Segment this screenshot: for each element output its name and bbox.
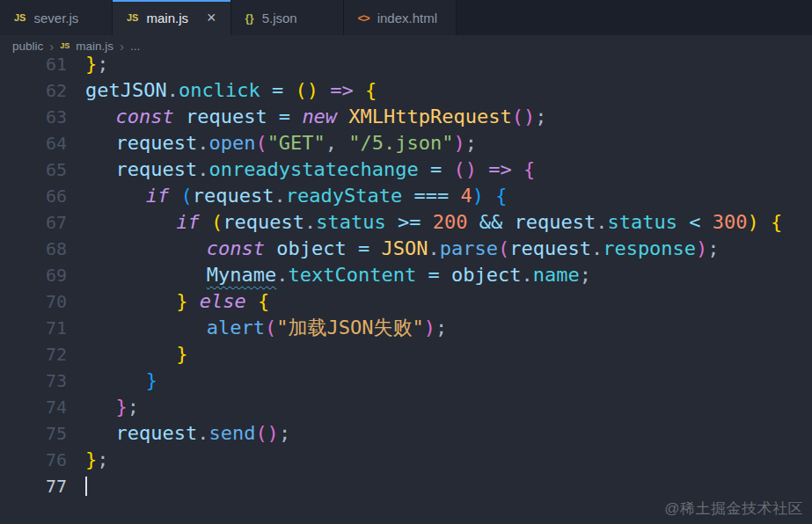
token: .: [276, 264, 288, 286]
tab-label: 5.json: [262, 11, 297, 25]
code-content[interactable]: const object = JSON.parse(request.respon…: [85, 236, 720, 262]
line-number[interactable]: 74: [0, 394, 67, 420]
token: (: [211, 211, 223, 233]
code-line-64[interactable]: 64request.open("GET", "/5.json");: [0, 130, 812, 156]
token: send: [208, 422, 255, 444]
tab-main-js[interactable]: JSmain.js×: [113, 0, 231, 35]
code-line-68[interactable]: 68const object = JSON.parse(request.resp…: [0, 236, 812, 262]
code-line-61[interactable]: 61};: [0, 56, 812, 77]
token: alert: [207, 317, 265, 338]
line-number[interactable]: 63: [0, 104, 67, 130]
breadcrumb-item-main-js[interactable]: main.js: [76, 40, 113, 53]
code-line-76[interactable]: 76};: [0, 447, 812, 473]
token: (): [454, 158, 478, 180]
tab-5-json[interactable]: {}5.json: [231, 0, 344, 35]
line-number[interactable]: 73: [0, 368, 67, 394]
token: {: [771, 211, 782, 233]
code-content[interactable]: getJSON.onclick = () => {: [85, 77, 377, 104]
code-content[interactable]: if (request.status >= 200 && request.sta…: [85, 209, 782, 236]
tab-label: main.js: [146, 11, 188, 25]
code-content[interactable]: }: [85, 341, 188, 368]
line-number[interactable]: 77: [0, 473, 67, 499]
tab-index-html[interactable]: <>index.html: [344, 0, 457, 35]
code-content[interactable]: const request = new XMLHttpRequest();: [85, 104, 547, 130]
code-content[interactable]: request.onreadystatechange = () => {: [85, 156, 535, 183]
token: .: [197, 422, 208, 444]
code-line-69[interactable]: 69Myname.textContent = object.name;: [0, 262, 812, 288]
json-file-icon: {}: [245, 12, 254, 24]
line-number[interactable]: 72: [0, 341, 67, 368]
line-number[interactable]: 70: [0, 288, 67, 315]
code-line-75[interactable]: 75request.send();: [0, 420, 812, 447]
code-line-72[interactable]: 72}: [0, 341, 812, 368]
vscode-window: JSsever.jsJSmain.js×{}5.json<>index.html…: [0, 0, 812, 56]
code-content[interactable]: Myname.textContent = object.name;: [85, 262, 591, 288]
code-line-70[interactable]: 70} else {: [0, 288, 812, 315]
token: ;: [435, 317, 447, 338]
code-content[interactable]: } else {: [85, 288, 269, 315]
code-content[interactable]: request.open("GET", "/5.json");: [85, 130, 477, 156]
line-number[interactable]: 65: [0, 156, 67, 183]
token: status: [607, 211, 677, 233]
token: request: [509, 237, 591, 259]
token: "GET": [267, 132, 326, 154]
line-number[interactable]: 71: [0, 315, 67, 341]
code-content[interactable]: if (request.readyState === 4) {: [85, 183, 508, 209]
breadcrumb-item-public[interactable]: public: [12, 40, 43, 53]
token: {: [365, 79, 377, 101]
token: =: [347, 237, 382, 259]
token: (: [498, 237, 509, 259]
code-line-71[interactable]: 71alert("加载JSON失败");: [0, 315, 812, 341]
js-file-icon: JS: [60, 42, 69, 50]
token: .: [596, 211, 607, 233]
token: if: [176, 211, 211, 233]
line-number[interactable]: 68: [0, 236, 67, 262]
code-line-74[interactable]: 74};: [0, 394, 812, 420]
code-lines: 61};62getJSON.onclick = () => {63const r…: [0, 56, 812, 499]
token: (): [512, 106, 536, 127]
token: status: [316, 211, 385, 233]
token: [354, 79, 365, 101]
tab-sever-js[interactable]: JSsever.js: [0, 0, 113, 35]
code-content[interactable]: };: [85, 447, 109, 473]
code-line-67[interactable]: 67if (request.status >= 200 && request.s…: [0, 209, 812, 236]
token: ): [472, 185, 496, 207]
code-line-65[interactable]: 65request.onreadystatechange = () => {: [0, 156, 812, 183]
token: ;: [535, 106, 546, 127]
code-line-62[interactable]: 62getJSON.onclick = () => {: [0, 77, 812, 104]
token: object: [451, 264, 521, 286]
line-number[interactable]: 62: [0, 77, 67, 104]
token: (: [181, 185, 193, 207]
code-line-63[interactable]: 63const request = new XMLHttpRequest();: [0, 104, 812, 130]
close-icon[interactable]: ×: [207, 10, 216, 25]
token: new: [302, 106, 348, 127]
code-line-77[interactable]: 77: [0, 473, 812, 499]
code-content[interactable]: }: [85, 368, 157, 394]
code-content[interactable]: };: [85, 56, 109, 77]
line-number[interactable]: 67: [0, 209, 67, 236]
code-editor[interactable]: 61};62getJSON.onclick = () => {63const r…: [0, 56, 812, 524]
token: request: [514, 211, 596, 233]
breadcrumb-item-[interactable]: ...: [130, 40, 140, 53]
token: const: [115, 106, 185, 127]
code-line-73[interactable]: 73}: [0, 368, 812, 394]
token: {: [523, 158, 535, 180]
line-number[interactable]: 76: [0, 447, 67, 473]
token: [318, 79, 330, 101]
code-content[interactable]: alert("加载JSON失败");: [85, 315, 447, 341]
line-number[interactable]: 66: [0, 183, 67, 209]
code-content[interactable]: [85, 473, 87, 499]
code-content[interactable]: };: [85, 394, 139, 420]
code-line-66[interactable]: 66if (request.readyState === 4) {: [0, 183, 812, 209]
token: ;: [580, 264, 591, 286]
line-number[interactable]: 64: [0, 130, 67, 156]
token: request: [115, 422, 197, 444]
line-number[interactable]: 69: [0, 262, 67, 288]
token: request: [193, 185, 274, 207]
code-content[interactable]: request.send();: [85, 420, 290, 447]
token: ===: [402, 185, 460, 207]
token: ;: [97, 448, 108, 470]
line-number[interactable]: 61: [0, 56, 67, 77]
line-number[interactable]: 75: [0, 420, 67, 447]
token: =: [267, 106, 303, 127]
